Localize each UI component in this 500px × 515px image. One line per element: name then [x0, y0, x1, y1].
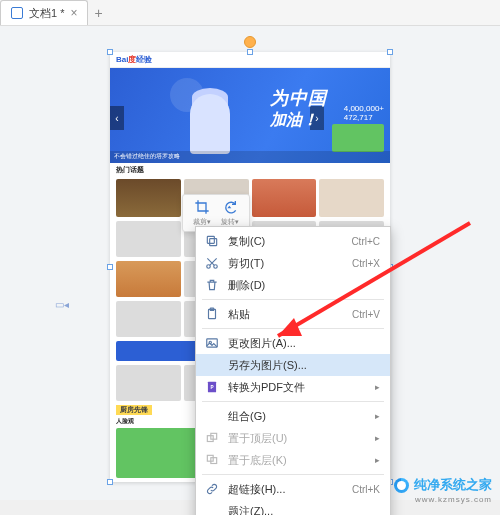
- menu-send-back: 置于底层(K) ▸: [196, 449, 390, 471]
- hero-cta: [332, 124, 384, 152]
- crop-button[interactable]: 裁剪 ▾: [189, 199, 215, 227]
- submenu-arrow-icon: ▸: [375, 433, 380, 443]
- submenu-arrow-icon: ▸: [375, 411, 380, 421]
- rotate-button[interactable]: 旋转 ▾: [217, 199, 243, 227]
- bring-front-icon: [204, 430, 220, 446]
- menu-convert-pdf[interactable]: P 转换为PDF文件 ▸: [196, 376, 390, 398]
- save-as-icon: [204, 357, 220, 373]
- menu-save-as-picture[interactable]: 另存为图片(S)...: [196, 354, 390, 376]
- watermark: 纯净系统之家: [394, 476, 492, 494]
- svg-rect-2: [207, 236, 214, 243]
- submenu-arrow-icon: ▸: [375, 382, 380, 392]
- pdf-icon: P: [204, 379, 220, 395]
- thumbnail: [116, 179, 181, 217]
- resize-handle[interactable]: [107, 479, 113, 485]
- resize-handle[interactable]: [387, 49, 393, 55]
- menu-cut[interactable]: 剪切(T) Ctrl+X: [196, 252, 390, 274]
- hero-caption: 不会错过绝佳的塔罗攻略: [110, 151, 390, 163]
- resize-handle[interactable]: [107, 49, 113, 55]
- watermark-brand: 纯净系统之家: [414, 476, 492, 494]
- baidu-logo: Bai度经验: [116, 54, 152, 65]
- section-header: 热门话题: [110, 163, 390, 177]
- link-icon: [204, 481, 220, 497]
- cut-icon: [204, 255, 220, 271]
- rotate-handle-icon[interactable]: [244, 36, 256, 48]
- send-back-icon: [204, 452, 220, 468]
- menu-paste[interactable]: 粘贴 Ctrl+V: [196, 303, 390, 325]
- delete-icon: [204, 277, 220, 293]
- document-tab[interactable]: 文档1 * ×: [0, 0, 88, 25]
- add-tab-button[interactable]: +: [94, 5, 102, 21]
- rotate-icon: [222, 199, 238, 215]
- menu-caption[interactable]: 题注(Z)...: [196, 500, 390, 515]
- carousel-prev-icon: ‹: [110, 106, 124, 130]
- tab-title: 文档1 *: [29, 6, 64, 21]
- menu-copy[interactable]: 复制(C) Ctrl+C: [196, 230, 390, 252]
- watermark-logo-icon: [394, 478, 409, 493]
- picture-icon: [204, 335, 220, 351]
- menu-group[interactable]: 组合(G) ▸: [196, 405, 390, 427]
- resize-handle[interactable]: [247, 49, 253, 55]
- paste-icon: [204, 306, 220, 322]
- svg-rect-1: [210, 239, 217, 246]
- menu-hyperlink[interactable]: 超链接(H)... Ctrl+K: [196, 478, 390, 500]
- caption-icon: [204, 503, 220, 515]
- watermark-url: www.kzmsys.com: [415, 495, 492, 504]
- submenu-arrow-icon: ▸: [375, 455, 380, 465]
- group-icon: [204, 408, 220, 424]
- resize-handle[interactable]: [107, 264, 113, 270]
- menu-change-picture[interactable]: 更改图片(A)...: [196, 332, 390, 354]
- copy-icon: [204, 233, 220, 249]
- menu-delete[interactable]: 删除(D): [196, 274, 390, 296]
- svg-text:P: P: [210, 385, 213, 390]
- thumbnail: [319, 179, 384, 217]
- editor-canvas: ▭◂ Bai度经验 ‹ › 为中国 加油！: [0, 26, 500, 500]
- gutter-marker-icon: ▭◂: [56, 298, 68, 310]
- context-menu: 复制(C) Ctrl+C 剪切(T) Ctrl+X 删除(D) 粘贴 Ctrl+…: [195, 226, 391, 515]
- hero-banner: ‹ › 为中国 加油！ 4,000,000+ 472,717 不会错过绝佳的塔罗…: [110, 68, 390, 163]
- tab-bar: 文档1 * × +: [0, 0, 500, 26]
- thumbnail-row: [110, 177, 390, 219]
- close-icon[interactable]: ×: [70, 6, 77, 20]
- crop-icon: [194, 199, 210, 215]
- svg-marker-0: [227, 206, 231, 209]
- menu-bring-front: 置于顶层(U) ▸: [196, 427, 390, 449]
- thumbnail: [252, 179, 317, 217]
- document-icon: [11, 7, 23, 19]
